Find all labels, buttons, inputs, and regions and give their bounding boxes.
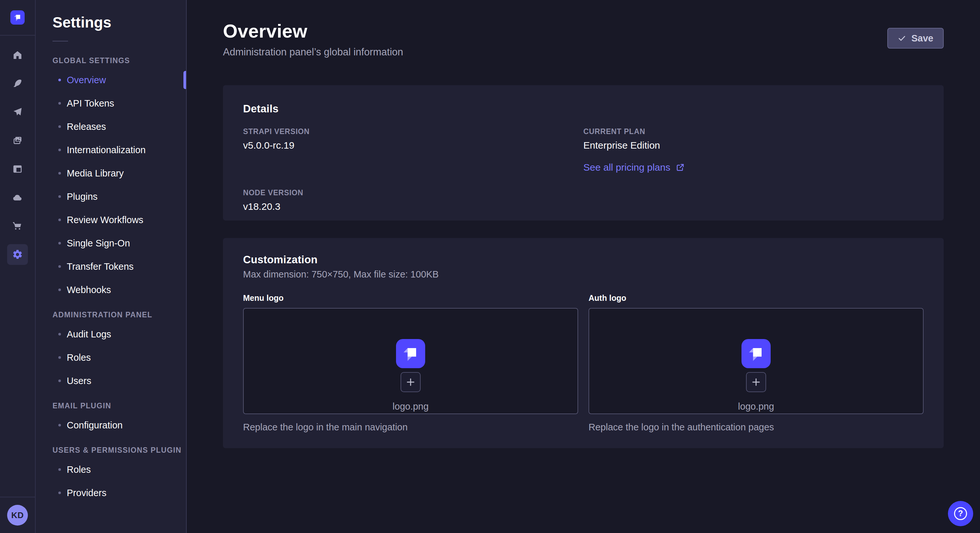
- subnav-item-admin-users[interactable]: Users: [36, 369, 186, 392]
- global-settings-list: Overview API Tokens Releases Internation…: [36, 68, 186, 301]
- subnav-item-audit-logs[interactable]: Audit Logs: [36, 322, 186, 346]
- menu-logo-hint: Replace the logo in the main navigation: [243, 422, 578, 433]
- subnav-item-api-tokens[interactable]: API Tokens: [36, 92, 186, 115]
- subnav-item-up-providers[interactable]: Providers: [36, 481, 186, 504]
- marketplace-cart-icon[interactable]: [0, 212, 35, 240]
- current-plan-value: Enterprise Edition: [583, 140, 924, 151]
- pricing-plans-link[interactable]: See all pricing plans: [583, 162, 685, 173]
- help-button[interactable]: ?: [948, 501, 973, 526]
- subnav-item-media-library[interactable]: Media Library: [36, 162, 186, 185]
- rail-icon-list: [0, 41, 35, 269]
- node-version-field: NODE VERSION v18.20.3: [243, 189, 583, 212]
- strapi-logo-preview-icon: [396, 339, 425, 368]
- bullet-icon: [58, 79, 61, 81]
- bullet-icon: [58, 333, 61, 335]
- external-link-icon: [676, 163, 685, 172]
- subnav-item-label: Providers: [67, 488, 107, 498]
- bullet-icon: [58, 356, 61, 359]
- plus-icon: [751, 377, 761, 387]
- node-version-label: NODE VERSION: [243, 189, 583, 197]
- subnav-item-email-configuration[interactable]: Configuration: [36, 414, 186, 437]
- current-plan-field: CURRENT PLAN Enterprise Edition See all …: [583, 127, 924, 173]
- subnav-item-label: Single Sign-On: [67, 238, 130, 249]
- media-library-icon[interactable]: [0, 126, 35, 155]
- bullet-icon: [58, 424, 61, 427]
- auth-logo-hint: Replace the logo in the authentication p…: [589, 422, 924, 433]
- subnav-item-admin-roles[interactable]: Roles: [36, 346, 186, 369]
- subnav-item-label: API Tokens: [67, 98, 114, 109]
- subnav-item-label: Plugins: [67, 191, 97, 202]
- page-header-text: Overview Administration panel’s global i…: [223, 20, 403, 58]
- subnav-item-transfer-tokens[interactable]: Transfer Tokens: [36, 255, 186, 278]
- subnav-item-label: Roles: [67, 464, 91, 475]
- customization-card-title: Customization: [243, 254, 924, 266]
- section-label-administration-panel: ADMINISTRATION PANEL: [52, 311, 186, 319]
- subnav-item-label: Review Workflows: [67, 215, 143, 225]
- cloud-icon[interactable]: [0, 183, 35, 212]
- save-button-label: Save: [911, 33, 933, 44]
- subnav-item-label: Roles: [67, 352, 91, 363]
- bullet-icon: [58, 492, 61, 494]
- subnav-item-plugins[interactable]: Plugins: [36, 185, 186, 208]
- bullet-icon: [58, 195, 61, 198]
- menu-logo-dropzone[interactable]: logo.png: [243, 308, 578, 414]
- email-plugin-list: Configuration: [36, 414, 186, 437]
- menu-logo-field: Menu logo: [243, 293, 578, 433]
- content-manager-icon[interactable]: [0, 155, 35, 183]
- subnav-item-up-roles[interactable]: Roles: [36, 458, 186, 481]
- workspace-logo-box[interactable]: [0, 0, 35, 36]
- pricing-plans-link-label: See all pricing plans: [583, 162, 670, 173]
- add-logo-button[interactable]: [746, 372, 766, 392]
- feather-icon[interactable]: [0, 69, 35, 98]
- subnav-item-internationalization[interactable]: Internationalization: [36, 138, 186, 162]
- subnav-item-label: Media Library: [67, 168, 124, 179]
- details-grid: STRAPI VERSION v5.0.0-rc.19 CURRENT PLAN…: [243, 127, 924, 212]
- details-card-title: Details: [243, 103, 924, 115]
- section-label-global-settings: GLOBAL SETTINGS: [52, 56, 186, 65]
- subnav-item-webhooks[interactable]: Webhooks: [36, 278, 186, 301]
- menu-logo-filename: logo.png: [393, 401, 428, 412]
- bullet-icon: [58, 172, 61, 174]
- check-icon: [898, 34, 906, 43]
- auth-logo-field: Auth logo: [589, 293, 924, 433]
- bullet-icon: [58, 265, 61, 268]
- rail-bottom-section: KD: [0, 497, 35, 533]
- page-title: Overview: [223, 20, 403, 42]
- auth-logo-dropzone[interactable]: logo.png: [589, 308, 924, 414]
- send-icon[interactable]: [0, 98, 35, 126]
- subnav-item-label: Webhooks: [67, 285, 111, 295]
- subnav-divider: [52, 41, 68, 41]
- section-label-users-permissions-plugin: USERS & PERMISSIONS PLUGIN: [52, 446, 186, 455]
- bullet-icon: [58, 102, 61, 105]
- subnav-item-single-sign-on[interactable]: Single Sign-On: [36, 232, 186, 255]
- subnav-title: Settings: [52, 14, 186, 31]
- subnav-item-label: Configuration: [67, 420, 123, 431]
- save-button[interactable]: Save: [887, 28, 944, 49]
- bullet-icon: [58, 219, 61, 221]
- bullet-icon: [58, 125, 61, 128]
- main-nav-rail: KD: [0, 0, 36, 533]
- page-subtitle: Administration panel’s global informatio…: [223, 46, 403, 58]
- home-icon[interactable]: [0, 41, 35, 69]
- subnav-item-label: Transfer Tokens: [67, 261, 134, 272]
- subnav-item-review-workflows[interactable]: Review Workflows: [36, 208, 186, 232]
- users-permissions-list: Roles Providers: [36, 458, 186, 504]
- user-avatar[interactable]: KD: [7, 505, 28, 525]
- settings-gear-icon: [7, 244, 28, 265]
- section-label-email-plugin: EMAIL PLUGIN: [52, 401, 186, 410]
- logos-grid: Menu logo: [243, 293, 924, 433]
- subnav-item-label: Users: [67, 376, 91, 386]
- strapi-admin-app: KD Settings GLOBAL SETTINGS Overview API…: [0, 0, 980, 533]
- strapi-logo-icon: [10, 10, 25, 25]
- subnav-item-label: Internationalization: [67, 145, 145, 155]
- bullet-icon: [58, 289, 61, 291]
- settings-nav-button[interactable]: [0, 240, 35, 269]
- active-indicator-bar: [183, 71, 186, 89]
- administration-panel-list: Audit Logs Roles Users: [36, 322, 186, 392]
- bullet-icon: [58, 242, 61, 244]
- add-logo-button[interactable]: [401, 372, 421, 392]
- subnav-item-label: Audit Logs: [67, 329, 111, 339]
- bullet-icon: [58, 468, 61, 471]
- subnav-item-overview[interactable]: Overview: [36, 68, 186, 92]
- subnav-item-releases[interactable]: Releases: [36, 115, 186, 138]
